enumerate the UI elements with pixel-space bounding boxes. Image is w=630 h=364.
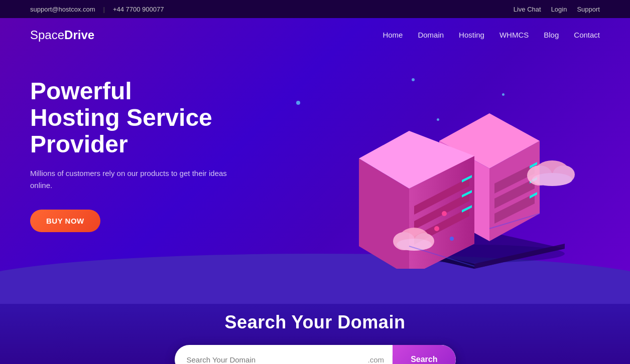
hero-subtitle: Millions of customers rely on our produc… xyxy=(30,167,241,192)
svg-point-24 xyxy=(434,226,439,231)
decorative-dot-1 xyxy=(296,101,300,105)
nav-blog[interactable]: Blog xyxy=(544,31,559,39)
live-chat-link[interactable]: Live Chat xyxy=(514,6,541,13)
hero-content: Powerful Hosting Service Provider Millio… xyxy=(30,78,241,232)
logo-light-text: Space xyxy=(30,28,64,42)
svg-point-25 xyxy=(450,237,454,241)
decorative-dot-5 xyxy=(326,264,329,267)
domain-section-title: Search Your Domain xyxy=(225,312,406,333)
domain-search-input[interactable] xyxy=(175,355,360,364)
top-bar-left: support@hostcox.com | +44 7700 900077 xyxy=(30,6,164,13)
phone-number: +44 7700 900077 xyxy=(113,6,164,13)
domain-search-button[interactable]: Search xyxy=(393,345,455,364)
nav-domain[interactable]: Domain xyxy=(418,31,444,39)
hero-title: Powerful Hosting Service Provider xyxy=(30,78,241,157)
divider: | xyxy=(103,6,105,13)
top-bar-right: Live Chat Login Support xyxy=(514,6,600,13)
buy-now-button[interactable]: BUY NOW xyxy=(30,210,100,232)
domain-search-bar: .com Search xyxy=(175,345,456,364)
nav-links: Home Domain Hosting WHMCS Blog Contact xyxy=(383,31,600,40)
support-email: support@hostcox.com xyxy=(30,6,95,13)
nav-whmcs[interactable]: WHMCS xyxy=(499,31,529,39)
domain-section: Search Your Domain .com Search xyxy=(0,304,630,364)
nav-home[interactable]: Home xyxy=(383,31,403,39)
svg-point-33 xyxy=(532,173,572,186)
login-link[interactable]: Login xyxy=(551,6,567,13)
logo-bold-text: Drive xyxy=(64,28,94,42)
navbar: SpaceDrive Home Domain Hosting WHMCS Blo… xyxy=(0,18,630,52)
site-logo: SpaceDrive xyxy=(30,28,94,42)
nav-hosting[interactable]: Hosting xyxy=(459,31,484,39)
svg-point-23 xyxy=(442,211,447,216)
server-illustration xyxy=(359,58,590,269)
hero-section: SpaceDrive Home Domain Hosting WHMCS Blo… xyxy=(0,18,630,304)
svg-point-29 xyxy=(397,239,432,251)
support-link[interactable]: Support xyxy=(577,6,600,13)
nav-contact[interactable]: Contact xyxy=(574,31,600,39)
domain-extension: .com xyxy=(360,355,393,364)
top-bar: support@hostcox.com | +44 7700 900077 Li… xyxy=(0,0,630,18)
